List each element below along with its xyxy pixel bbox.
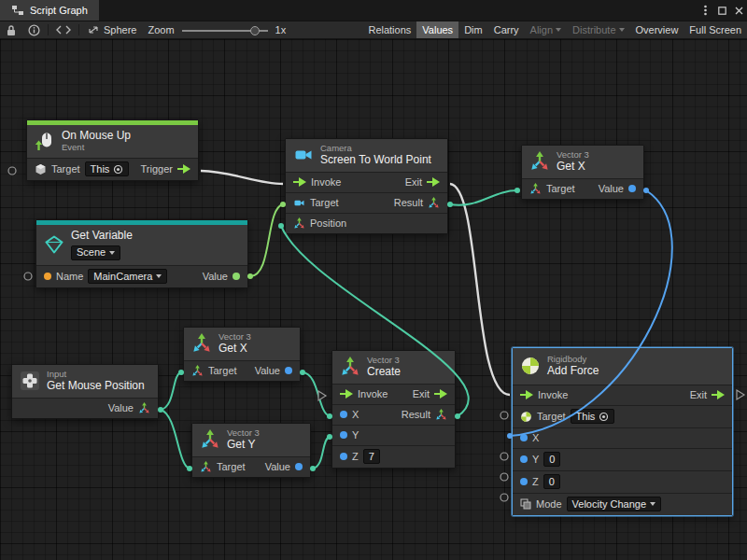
port-label-z: Z [532,476,539,487]
exec-input-port[interactable] [293,177,306,187]
toolbar-button-align[interactable]: Align [525,21,567,38]
node-vector3-create[interactable]: Vector 3 Create Invoke Exit X Result Y [331,350,456,469]
port-label-result: Result [394,197,423,208]
string-input-port[interactable] [44,273,51,280]
node-title: Get Variable [71,230,133,243]
port-label-target: Target [546,183,575,194]
wire-exit-to-addforce-invoke[interactable] [450,184,510,395]
exec-output-port[interactable] [712,390,725,399]
vector3-port-icon[interactable] [138,402,150,414]
force-mode-dropdown[interactable]: Velocity Change [567,497,662,511]
zoom-slider-knob[interactable] [250,26,260,35]
vector3-port-icon[interactable] [200,461,212,473]
wire-variable-to-camera-target[interactable] [250,204,283,276]
wire-mousepos-to-getx[interactable] [161,372,181,410]
vector3-port-icon[interactable] [435,409,447,421]
toolbar-button-distribute[interactable]: Distribute [567,21,629,38]
chevron-down-icon [156,274,162,278]
float-input-port[interactable] [520,455,528,463]
y-value-field[interactable]: 0 [543,452,560,467]
variable-name-dropdown[interactable]: MainCamera [88,269,167,284]
float-output-port[interactable] [628,185,636,192]
node-rigidbody-add-force[interactable]: Rigidbody Add Force Invoke Exit Target T… [512,347,733,516]
tab-title: Script Graph [30,5,88,16]
toolbar-button-values[interactable]: Values [416,21,458,38]
float-output-port[interactable] [295,463,303,470]
port-label-x: X [352,409,359,420]
node-title: Get Mouse Position [47,380,145,393]
node-vector3-get-x-mid[interactable]: Vector 3 Get X Target Value [183,327,301,382]
graph-canvas[interactable]: On Mouse Up Event Target This Trigger [0,39,747,560]
wire-getx-to-create-x[interactable] [303,372,330,416]
wire-gety-to-create-y[interactable] [313,437,330,469]
node-title: Get Y [227,439,260,452]
z-value-field[interactable]: 7 [363,449,380,464]
exec-input-port[interactable] [520,390,533,399]
variable-scope-dropdown[interactable]: Scene [71,245,120,260]
node-title: Create [367,366,401,379]
port-label-exit: Exit [690,389,707,400]
zoom-slider[interactable] [182,21,268,38]
float-input-port[interactable] [340,411,347,418]
toolbar-button-full-screen[interactable]: Full Screen [684,21,747,38]
chip-text: Scene [77,246,106,259]
maximize-icon[interactable] [713,0,730,21]
toolbar-button-carry[interactable]: Carry [488,21,525,38]
node-get-mouse-position[interactable]: Input Get Mouse Position Value [11,364,159,419]
code-icon[interactable] [50,21,77,38]
vector3-icon [200,429,220,450]
node-get-variable[interactable]: Get Variable Scene Name MainCamera Value [35,219,248,288]
exec-input-port[interactable] [340,389,353,399]
button-label: Overview [636,24,679,35]
gameobject-cube-icon[interactable] [35,163,47,175]
node-screen-to-world-point[interactable]: Camera Screen To World Point Invoke Exit… [285,138,448,234]
zoom-value: 1x [270,21,292,38]
port-label-value: Value [203,271,228,282]
port-label-target: Target [217,461,246,472]
float-input-port[interactable] [340,431,347,439]
port-label-x: X [532,432,539,443]
toolbar-button-dim[interactable]: Dim [458,21,488,38]
toolbar-button-overview[interactable]: Overview [630,21,684,38]
enum-icon[interactable] [520,498,531,510]
float-input-port[interactable] [340,453,347,460]
vector3-port-icon[interactable] [191,365,204,377]
exec-output-port[interactable] [177,164,190,174]
node-vector3-get-y[interactable]: Vector 3 Get Y Target Value [191,423,311,478]
chip-text: This [576,411,596,422]
port-label-value: Value [265,461,290,472]
lock-icon[interactable] [0,21,22,38]
wire-mousepos-to-gety[interactable] [161,410,190,469]
wire-result-to-getx-target[interactable] [450,190,517,205]
rigidbody-port-icon[interactable] [520,411,532,423]
chip-text: 0 [549,454,555,465]
vector3-port-icon[interactable] [293,217,305,230]
vector3-port-icon[interactable] [529,183,542,195]
port-label-position: Position [310,217,346,229]
target-value-chip[interactable]: This [85,161,130,176]
float-output-port[interactable] [285,367,292,374]
wire-trigger-to-invoke[interactable] [201,171,283,184]
target-object[interactable]: Sphere [81,21,142,38]
info-icon[interactable] [22,21,46,38]
chip-text: Velocity Change [572,498,647,510]
chevron-down-icon [650,502,655,506]
float-input-port[interactable] [520,478,528,485]
rigidbody-icon [520,356,541,376]
exec-output-port[interactable] [427,177,440,187]
toolbar-button-relations[interactable]: Relations [362,21,416,38]
close-icon[interactable] [730,0,747,21]
tab-bar: Script Graph [0,0,747,21]
more-menu-icon[interactable] [697,0,713,21]
tab-script-graph[interactable]: Script Graph [0,0,99,21]
exec-output-port[interactable] [434,389,447,399]
vector3-port-icon[interactable] [428,197,440,209]
camera-port-icon[interactable] [293,197,305,209]
node-on-mouse-up[interactable]: On Mouse Up Event Target This Trigger [26,119,199,181]
node-vector3-get-x-top[interactable]: Vector 3 Get X Target Value [521,145,644,200]
float-input-port[interactable] [520,434,528,441]
port-label-target: Target [51,163,80,175]
target-value-chip[interactable]: This [571,409,615,424]
object-output-port[interactable] [233,273,240,280]
z-value-field[interactable]: 0 [543,474,560,489]
